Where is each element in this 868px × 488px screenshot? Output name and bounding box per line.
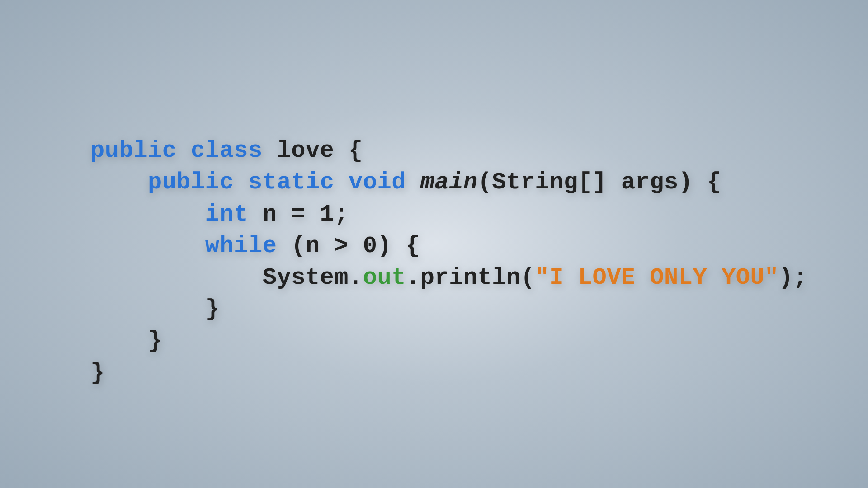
code-block: public class love { public static void m… (0, 99, 807, 389)
code-line-line2: public static void main(String[] args) { (90, 167, 807, 198)
code-line-line6: } (90, 294, 807, 325)
code-line-line7: } (90, 325, 807, 357)
code-line-line1: public class love { (90, 135, 807, 167)
code-line-line3: int n = 1; (90, 199, 807, 230)
code-line-line5: System.out.println("I LOVE ONLY YOU"); (90, 262, 807, 294)
code-line-line8: } (90, 357, 807, 389)
code-line-line4: while (n > 0) { (90, 230, 807, 262)
